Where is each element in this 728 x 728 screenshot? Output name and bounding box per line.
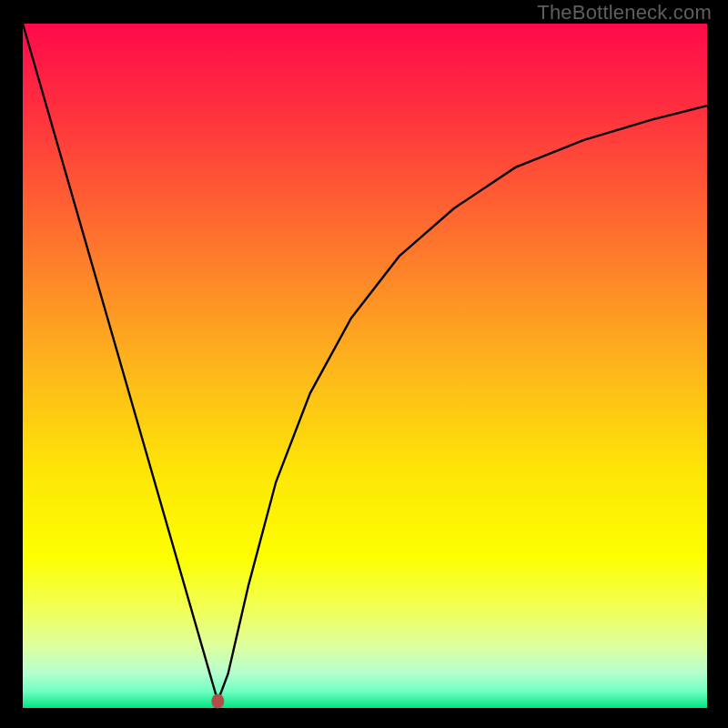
minimum-marker (211, 693, 224, 708)
bottleneck-chart (0, 0, 728, 728)
chart-container: TheBottleneck.com (0, 0, 728, 728)
plot-background (23, 24, 707, 708)
